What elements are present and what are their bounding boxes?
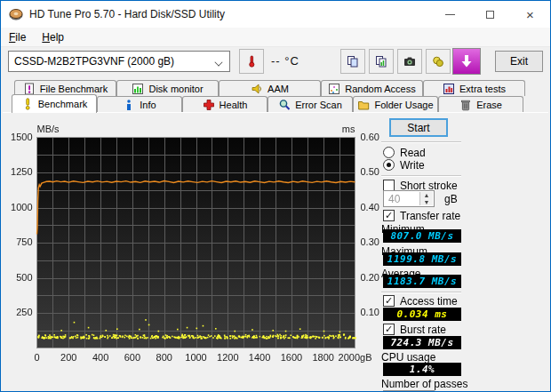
temperature-button[interactable]: [239, 49, 264, 74]
tab-label: Disk monitor: [148, 84, 203, 94]
tab-label: Health: [220, 100, 248, 110]
camera-icon: [403, 55, 416, 68]
coins-icon: [432, 55, 444, 68]
tab-info[interactable]: Info: [97, 96, 182, 112]
extra-tests-icon: [443, 83, 455, 95]
divider: [381, 292, 461, 293]
copy-chart-icon: [375, 55, 387, 68]
app-icon: [9, 7, 23, 21]
write-label: Write: [400, 159, 425, 172]
copy-to-clipboard-button[interactable]: [340, 49, 365, 74]
cpu-usage-value: 1.4%: [383, 363, 461, 376]
copy-icon: [347, 55, 359, 68]
burst-rate-value: 724.3 MB/s: [383, 336, 461, 349]
read-radio[interactable]: [383, 147, 395, 158]
write-radio[interactable]: [383, 159, 395, 171]
passes-label: Number of passes: [381, 378, 467, 390]
options-button[interactable]: [426, 49, 451, 74]
burst-rate-label: Burst rate: [400, 324, 446, 336]
tab-label: Benchmark: [38, 99, 88, 109]
transfer-rate-label: Transfer rate: [400, 210, 460, 222]
hd-tune-window: HD Tune Pro 5.70 - Hard Disk/SSD Utility…: [0, 0, 551, 392]
file-benchmark-icon: [23, 83, 36, 95]
tab-label: Folder Usage: [374, 100, 433, 110]
gb-unit-label: gB: [444, 193, 458, 205]
tab-error-scan[interactable]: Error Scan: [268, 96, 353, 112]
drive-select[interactable]: CSSD-M2B2TPG3VNF (2000 gB): [8, 51, 230, 72]
tab-label: Random Access: [345, 84, 415, 94]
short-stroke-size-value: 40: [388, 193, 400, 205]
minimize-button[interactable]: [430, 1, 470, 28]
toolbar: CSSD-M2B2TPG3VNF (2000 gB) -- °C: [1, 47, 550, 77]
tab-label: Info: [140, 100, 156, 110]
maximum-value: 1199.8 MB/s: [383, 252, 461, 266]
tab-label: AAM: [268, 84, 289, 94]
menu-file[interactable]: File: [1, 28, 34, 46]
short-stroke-size-spinner[interactable]: 40 ▲▼: [383, 190, 435, 207]
tab-label: Error Scan: [295, 100, 342, 110]
access-time-label: Access time: [400, 295, 458, 308]
minimum-value: 807.0 MB/s: [383, 229, 461, 243]
thermometer-icon: [245, 55, 258, 68]
magnifier-icon: [278, 99, 291, 111]
screenshot-button[interactable]: [397, 49, 422, 74]
drive-select-value: CSSD-M2B2TPG3VNF (2000 gB): [14, 55, 174, 68]
tab-label: File Benchmark: [40, 84, 108, 94]
benchmark-chart: [1, 113, 385, 390]
health-cross-icon: [203, 99, 215, 111]
trash-icon: [459, 99, 472, 111]
transfer-rate-checkbox[interactable]: ✓: [383, 210, 395, 221]
chevron-down-icon: [214, 58, 222, 66]
tab-benchmark[interactable]: Benchmark: [12, 94, 97, 113]
average-value: 1183.7 MB/s: [383, 275, 461, 288]
copy-results-button[interactable]: [369, 49, 394, 74]
title-bar: HD Tune Pro 5.70 - Hard Disk/SSD Utility…: [1, 1, 550, 28]
menu-help[interactable]: Help: [34, 28, 72, 46]
tab-folder-usage[interactable]: Folder Usage: [353, 96, 438, 112]
info-icon: [123, 99, 135, 111]
speaker-icon: [251, 83, 263, 95]
tab-extra-tests[interactable]: Extra tests: [423, 80, 525, 96]
disk-monitor-icon: [132, 83, 144, 95]
tab-health[interactable]: Health: [182, 96, 268, 112]
close-button[interactable]: ×: [510, 1, 550, 28]
read-label: Read: [400, 147, 426, 159]
maximize-button[interactable]: [470, 1, 510, 28]
tab-random-access[interactable]: Random Access: [321, 80, 423, 96]
tab-aam[interactable]: AAM: [219, 80, 321, 96]
download-arrow-icon: [459, 54, 474, 68]
spinner-arrows-icon[interactable]: ▲▼: [419, 192, 433, 205]
burst-rate-checkbox[interactable]: ✓: [383, 324, 395, 335]
folder-icon: [357, 99, 370, 111]
exit-label: Exit: [510, 55, 528, 68]
tab-erase[interactable]: Erase: [438, 96, 523, 112]
start-button[interactable]: Start: [389, 118, 448, 137]
tab-disk-monitor[interactable]: Disk monitor: [116, 80, 219, 96]
start-label: Start: [407, 122, 429, 134]
access-time-value: 0.034 ms: [383, 308, 461, 321]
divider: [381, 175, 461, 177]
divider: [381, 141, 461, 143]
exit-button[interactable]: Exit: [495, 51, 543, 72]
window-title: HD Tune Pro 5.70 - Hard Disk/SSD Utility: [29, 8, 225, 20]
random-access-icon: [328, 83, 340, 95]
tab-label: Extra tests: [459, 84, 506, 94]
cpu-usage-label: CPU usage: [381, 351, 435, 364]
tab-label: Erase: [476, 100, 502, 110]
temperature-readout: -- °C: [271, 54, 299, 68]
menu-bar: File Help: [1, 28, 550, 47]
access-time-checkbox[interactable]: ✓: [383, 295, 395, 307]
save-results-button[interactable]: [452, 48, 481, 75]
benchmark-icon: [21, 98, 34, 110]
